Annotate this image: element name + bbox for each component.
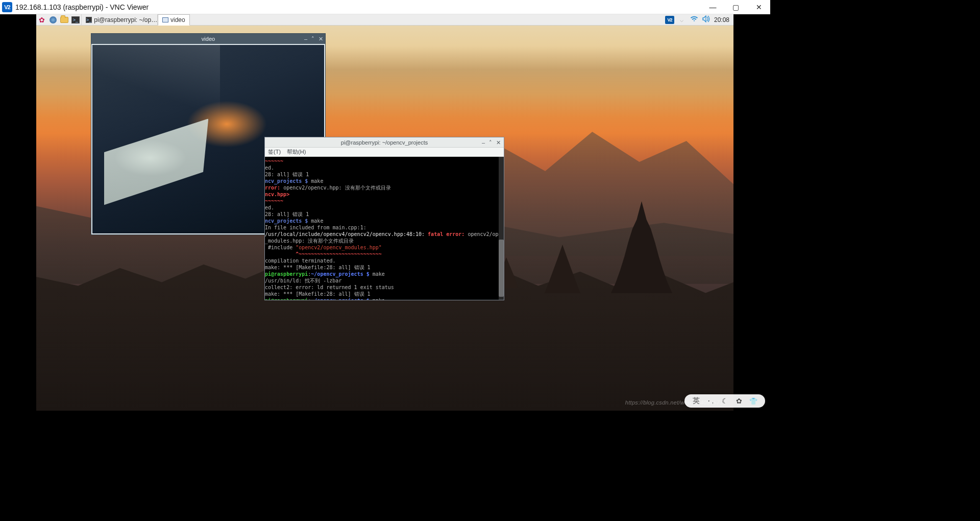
terminal-close-button[interactable]: ✕ bbox=[496, 139, 501, 146]
terminal-minimize-button[interactable]: – bbox=[482, 139, 485, 146]
host-close-button[interactable]: ✕ bbox=[747, 0, 770, 14]
ime-language-indicator[interactable]: 英 bbox=[692, 396, 701, 406]
ime-punct-icon[interactable]: ･ , bbox=[706, 396, 715, 406]
terminal-launcher-icon[interactable]: >_ bbox=[70, 14, 81, 26]
host-window-title: 192.168.1.103 (raspberrypi) - VNC Viewer bbox=[15, 3, 149, 11]
host-maximize-button[interactable]: ▢ bbox=[724, 0, 747, 14]
gear-icon[interactable]: ✿ bbox=[734, 396, 744, 406]
host-minimize-button[interactable]: — bbox=[701, 0, 724, 14]
video-window-title: video bbox=[202, 36, 215, 42]
moon-icon[interactable]: ☾ bbox=[720, 396, 729, 406]
host-titlebar: V2 192.168.1.103 (raspberrypi) - VNC Vie… bbox=[0, 0, 770, 14]
file-manager-icon[interactable] bbox=[59, 14, 70, 26]
taskbar-item-video[interactable]: video bbox=[158, 14, 190, 26]
terminal-output[interactable]: ~~~~~~ ed. 28: all] 错误 1 ncv_projects $ … bbox=[265, 157, 504, 300]
video-close-button[interactable]: ✕ bbox=[318, 36, 323, 42]
pi-menu-bar: ✿ >_ >_ pi@raspberrypi: ~/op… video V2 ⌵ bbox=[36, 14, 733, 26]
video-maximize-button[interactable]: ˄ bbox=[311, 36, 314, 42]
taskbar-item-terminal-label: pi@raspberrypi: ~/op… bbox=[94, 16, 157, 23]
terminal-scrollbar[interactable] bbox=[499, 157, 504, 300]
window-icon bbox=[162, 17, 168, 22]
web-browser-icon[interactable] bbox=[47, 14, 59, 26]
terminal-scrollbar-thumb[interactable] bbox=[499, 240, 504, 297]
vnc-server-tray-icon[interactable]: V2 bbox=[665, 16, 674, 24]
terminal-window-title: pi@raspberrypi: ~/opencv_projects bbox=[341, 139, 428, 146]
remote-desktop[interactable]: ✿ >_ >_ pi@raspberrypi: ~/op… video V2 ⌵ bbox=[36, 14, 733, 411]
volume-icon[interactable] bbox=[702, 15, 711, 24]
bluetooth-icon[interactable]: ⌵ bbox=[677, 16, 687, 23]
video-window-titlebar[interactable]: video – ˄ ✕ bbox=[91, 34, 325, 44]
terminal-maximize-button[interactable]: ˄ bbox=[489, 139, 492, 146]
skin-icon[interactable]: 👕 bbox=[749, 396, 758, 406]
clock[interactable]: 20:08 bbox=[714, 16, 729, 23]
wifi-icon[interactable] bbox=[690, 16, 699, 23]
terminal-window[interactable]: pi@raspberrypi: ~/opencv_projects – ˄ ✕ … bbox=[264, 137, 504, 300]
taskbar-item-video-label: video bbox=[170, 16, 185, 23]
host-ime-tray[interactable]: 英 ･ , ☾ ✿ 👕 bbox=[684, 394, 765, 408]
raspberry-menu-icon[interactable]: ✿ bbox=[36, 14, 47, 26]
taskbar-item-terminal[interactable]: >_ pi@raspberrypi: ~/op… bbox=[81, 14, 158, 26]
video-minimize-button[interactable]: – bbox=[304, 36, 307, 42]
remote-frame: ✿ >_ >_ pi@raspberrypi: ~/op… video V2 ⌵ bbox=[0, 14, 770, 411]
terminal-menu-help[interactable]: 帮助(H) bbox=[287, 148, 306, 156]
terminal-menu-tabs[interactable]: 签(T) bbox=[268, 148, 281, 156]
vnc-app-icon: V2 bbox=[2, 2, 12, 12]
terminal-icon: >_ bbox=[86, 17, 92, 23]
terminal-menubar: 签(T) 帮助(H) bbox=[265, 148, 504, 157]
terminal-titlebar[interactable]: pi@raspberrypi: ~/opencv_projects – ˄ ✕ bbox=[265, 137, 504, 148]
